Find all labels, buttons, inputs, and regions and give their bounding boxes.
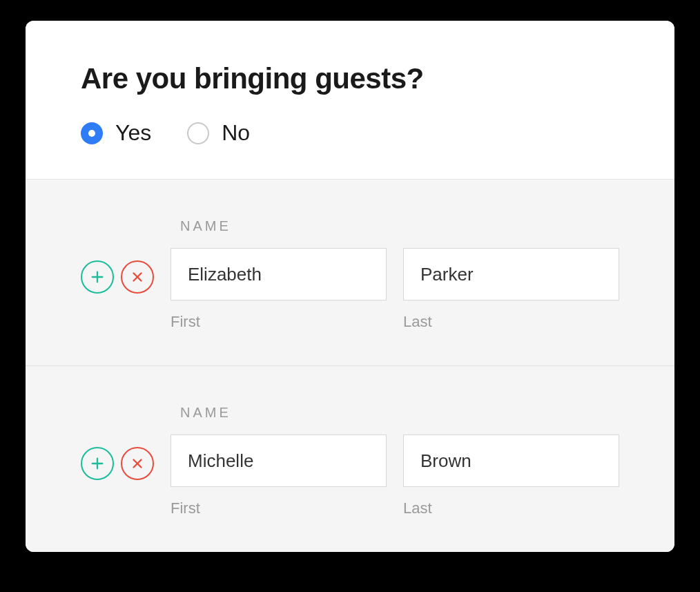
close-icon [130,456,145,471]
first-name-sublabel: First [171,313,387,331]
guest-row: NAME First La [26,180,674,366]
plus-icon [90,456,105,471]
name-section-label: NAME [180,405,619,421]
question-title: Are you bringing guests? [81,62,619,95]
guest-list-section: NAME First La [26,179,674,552]
form-card: Are you bringing guests? Yes No NAME [26,21,674,552]
radio-yes-indicator [81,122,103,144]
name-fields: First Last [171,435,619,517]
radio-no-indicator [187,122,209,144]
last-name-sublabel: Last [403,499,619,517]
add-guest-button[interactable] [81,260,114,294]
row-actions [81,435,154,480]
remove-guest-button[interactable] [121,260,154,294]
first-name-sublabel: First [171,499,387,517]
last-name-field-wrap: Last [403,248,619,331]
remove-guest-button[interactable] [121,447,154,480]
radio-option-yes[interactable]: Yes [81,120,151,146]
add-guest-button[interactable] [81,447,114,480]
last-name-input[interactable] [403,248,619,300]
radio-no-label: No [222,120,250,146]
first-name-field-wrap: First [171,248,387,331]
form-header: Are you bringing guests? Yes No [26,21,674,179]
guest-row-content: First Last [81,248,619,331]
name-fields: First Last [171,248,619,331]
last-name-field-wrap: Last [403,435,619,517]
name-section-label: NAME [180,218,619,234]
radio-group: Yes No [81,120,619,146]
radio-option-no[interactable]: No [187,120,250,146]
radio-yes-label: Yes [115,120,151,146]
first-name-field-wrap: First [171,435,387,517]
close-icon [130,269,145,285]
last-name-sublabel: Last [403,313,619,331]
last-name-input[interactable] [403,435,619,487]
guest-row: NAME First La [26,366,674,552]
first-name-input[interactable] [171,248,387,300]
plus-icon [90,269,105,285]
row-actions [81,248,154,294]
first-name-input[interactable] [171,435,387,487]
guest-row-content: First Last [81,435,619,517]
